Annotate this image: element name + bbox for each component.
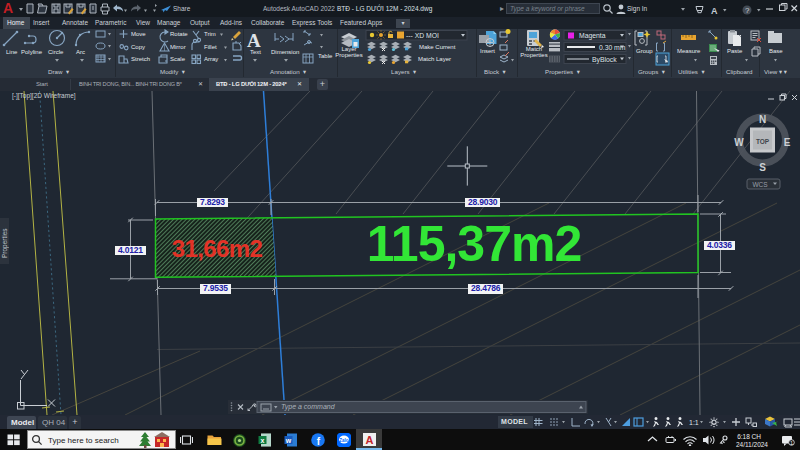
svg-text:w: w bbox=[285, 437, 292, 444]
svg-text:WCS: WCS bbox=[752, 181, 768, 188]
svg-text:--- XD MOI: --- XD MOI bbox=[406, 32, 439, 39]
svg-text:?: ? bbox=[745, 6, 750, 15]
svg-text:E: E bbox=[784, 137, 791, 148]
svg-text:N: N bbox=[759, 114, 766, 125]
svg-text:ByBlock: ByBlock bbox=[592, 56, 617, 64]
svg-text:x: x bbox=[261, 437, 265, 444]
svg-text:Magenta: Magenta bbox=[579, 32, 606, 40]
svg-text:A: A bbox=[366, 434, 374, 446]
svg-text:S: S bbox=[759, 162, 766, 173]
svg-text:Properties: Properties bbox=[1, 228, 9, 258]
svg-text:1: 1 bbox=[790, 440, 793, 446]
svg-text:A: A bbox=[711, 6, 718, 16]
svg-text:1:1: 1:1 bbox=[689, 419, 699, 426]
svg-text:Zalo: Zalo bbox=[339, 438, 349, 443]
svg-text:W: W bbox=[734, 137, 744, 148]
svg-text:A: A bbox=[247, 30, 261, 51]
svg-text:A: A bbox=[3, 0, 13, 16]
svg-text:TOP: TOP bbox=[756, 138, 770, 145]
